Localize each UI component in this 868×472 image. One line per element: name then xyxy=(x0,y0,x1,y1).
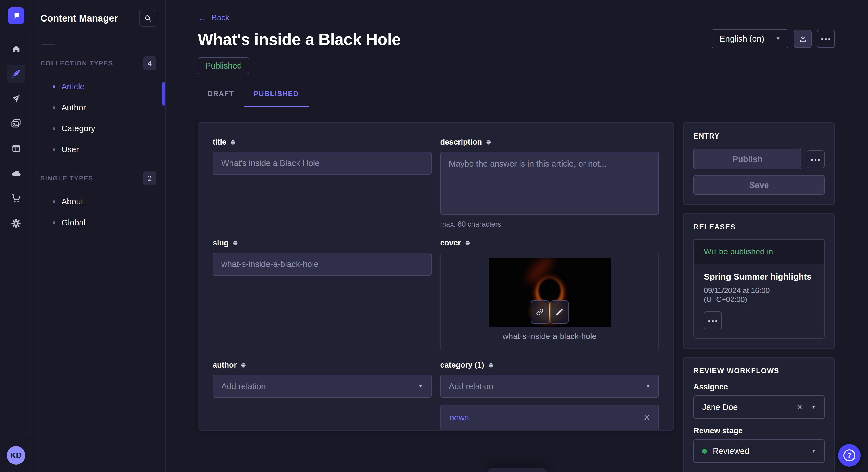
content-manager-sidebar: Content Manager COLLECTION TYPES 4 Artic… xyxy=(32,0,166,472)
slug-input[interactable] xyxy=(213,252,432,276)
cloud-icon xyxy=(11,168,21,179)
sidebar-item-content-type-builder[interactable] xyxy=(7,139,25,158)
help-button[interactable]: ? xyxy=(838,444,861,467)
chevron-down-icon: ▼ xyxy=(776,36,780,42)
sidebar-item-releases[interactable] xyxy=(7,90,25,108)
main-content: ← Back What's inside a Black Hole Publis… xyxy=(166,0,868,472)
save-button[interactable]: Save xyxy=(693,175,825,195)
pencil-icon xyxy=(555,308,564,316)
sidebar-item-home[interactable] xyxy=(7,40,25,58)
avatar[interactable]: KD xyxy=(7,446,25,465)
copy-link-button[interactable] xyxy=(531,300,549,324)
export-button[interactable] xyxy=(794,30,812,48)
single-types-count: 2 xyxy=(143,171,156,185)
author-label: author xyxy=(213,361,237,370)
category-relation-select[interactable]: Add relation ▼ xyxy=(440,375,659,398)
sidebar-rule xyxy=(42,44,55,45)
question-mark-icon: ? xyxy=(843,449,856,461)
version-tabs: DRAFT PUBLISHED xyxy=(198,90,835,107)
field-cover: cover xyxy=(440,239,659,350)
slug-label: slug xyxy=(213,239,229,247)
globe-icon xyxy=(488,362,494,369)
assignee-select[interactable]: Jane Doe × ▼ xyxy=(693,396,825,419)
paper-plane-icon xyxy=(11,94,21,103)
back-arrow-icon: ← xyxy=(198,13,207,22)
feather-icon xyxy=(11,69,21,79)
sidebar-item-author[interactable]: Author xyxy=(40,97,156,118)
sidebar-item-marketplace[interactable] xyxy=(7,189,25,208)
globe-icon xyxy=(230,139,236,145)
tab-published[interactable]: PUBLISHED xyxy=(244,90,309,107)
download-icon xyxy=(799,35,807,43)
field-description: description Maybe the answer is in this … xyxy=(440,138,659,228)
remove-relation-icon[interactable]: × xyxy=(644,412,650,423)
tab-draft[interactable]: DRAFT xyxy=(198,90,244,107)
collection-types-count: 4 xyxy=(143,57,156,70)
locale-select[interactable]: English (en) ▼ xyxy=(712,29,788,48)
sidebar-item-global[interactable]: Global xyxy=(40,212,156,233)
title-input[interactable] xyxy=(213,152,432,175)
entry-more-button[interactable]: … xyxy=(807,150,825,168)
bullet-icon xyxy=(53,86,55,88)
chevron-down-icon: ▼ xyxy=(811,404,816,410)
strapi-logo[interactable] xyxy=(8,7,24,24)
assignee-value: Jane Doe xyxy=(702,403,738,412)
relation-link[interactable]: news xyxy=(450,413,469,423)
sidebar-item-user[interactable]: User xyxy=(40,139,156,160)
sidebar-item-content-manager[interactable] xyxy=(7,65,25,83)
more-actions-button[interactable]: … xyxy=(817,30,835,48)
gear-icon xyxy=(11,218,21,229)
review-workflows-heading: REVIEW WORKFLOWS xyxy=(693,367,825,375)
sidebar-item-label: Author xyxy=(61,103,86,112)
page-title: What's inside a Black Hole xyxy=(198,30,401,49)
release-more-button[interactable]: … xyxy=(704,311,722,330)
globe-icon xyxy=(232,240,239,246)
collection-types-section: COLLECTION TYPES 4 Article Author Catego… xyxy=(40,57,156,160)
entry-panel: ENTRY Publish … Save xyxy=(683,122,835,205)
sidebar-item-label: User xyxy=(61,145,79,154)
globe-icon xyxy=(464,240,471,246)
chevron-down-icon: ▼ xyxy=(418,383,423,389)
single-types-heading: SINGLE TYPES xyxy=(40,175,93,182)
stage-status-dot xyxy=(702,449,707,453)
bullet-icon xyxy=(53,222,55,224)
sidebar-scrollbar-thumb[interactable] xyxy=(162,82,165,105)
review-stage-select[interactable]: Reviewed ▼ xyxy=(693,439,825,463)
publish-button[interactable]: Publish xyxy=(693,149,801,169)
author-relation-select[interactable]: Add relation ▼ xyxy=(213,375,432,398)
scroll-peek-button[interactable] xyxy=(487,468,547,472)
edit-cover-button[interactable] xyxy=(550,300,569,324)
clear-assignee-icon[interactable]: × xyxy=(797,402,803,412)
home-icon xyxy=(11,44,21,54)
sidebar-item-label: Category xyxy=(61,124,95,133)
sidebar-item-article[interactable]: Article xyxy=(40,76,156,97)
description-helper: max. 80 characters xyxy=(440,220,659,228)
entry-form-card: title description Maybe the xyxy=(198,122,674,431)
globe-icon xyxy=(240,362,247,369)
description-label: description xyxy=(440,138,482,146)
category-label: category (1) xyxy=(440,361,484,370)
sidebar-item-media-library[interactable] xyxy=(7,114,25,133)
back-link[interactable]: ← Back xyxy=(198,13,229,22)
nav-rail: KD xyxy=(0,0,32,472)
globe-icon xyxy=(485,139,492,145)
sidebar-item-settings[interactable] xyxy=(7,214,25,233)
cover-asset-card: what-s-inside-a-black-hole xyxy=(440,252,659,350)
description-textarea[interactable]: Maybe the answer is in this article, or … xyxy=(440,152,659,215)
releases-heading: RELEASES xyxy=(693,223,825,231)
rail-divider xyxy=(0,32,32,32)
sidebar-item-label: About xyxy=(61,197,83,206)
field-author: author Add relation ▼ xyxy=(213,361,432,430)
sidebar-item-about[interactable]: About xyxy=(40,191,156,212)
release-name: Spring Summer highlights xyxy=(704,272,814,281)
rail-bottom: KD xyxy=(0,439,32,472)
releases-panel: RELEASES Will be published in Spring Sum… xyxy=(683,213,835,349)
single-types-section: SINGLE TYPES 2 About Global xyxy=(40,171,156,233)
bullet-icon xyxy=(53,148,55,151)
title-label: title xyxy=(213,138,226,146)
search-button[interactable] xyxy=(139,10,156,27)
sidebar-item-category[interactable]: Category xyxy=(40,118,156,139)
review-workflows-panel: REVIEW WORKFLOWS Assignee Jane Doe × ▼ R… xyxy=(683,357,835,472)
sidebar-item-cloud[interactable] xyxy=(7,164,25,183)
chevron-down-icon: ▼ xyxy=(646,383,650,389)
